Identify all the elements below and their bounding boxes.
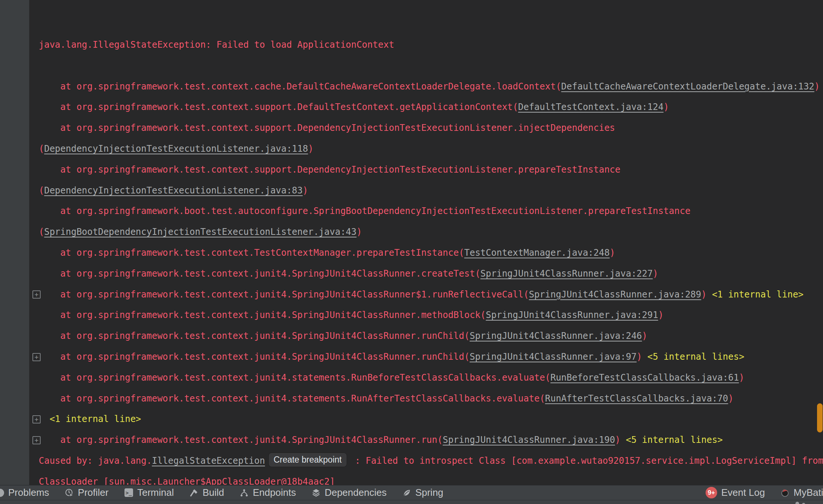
toolbar-tab-profiler[interactable]: Profiler: [65, 485, 108, 500]
stack-frame-link[interactable]: SpringJUnit4ClassRunner.java:246: [470, 331, 642, 341]
console-line: (DependencyInjectionTestExecutionListene…: [0, 180, 823, 201]
stack-trace-text: (: [39, 227, 44, 237]
toolbar-tab-event-log[interactable]: 9+Event Log: [706, 485, 765, 500]
stack-trace-text: at org.springframework.test.context.supp…: [39, 102, 518, 112]
stack-trace-text: at org.springframework.test.context.juni…: [39, 372, 551, 383]
stack-trace-text: at org.springframework.test.context.supp…: [39, 123, 615, 133]
toolbar-tab-label: Endpoints: [253, 487, 296, 498]
create-breakpoint-button[interactable]: Create breakpoint: [269, 453, 347, 467]
stack-trace-text: at org.springframework.boot.test.autocon…: [39, 206, 690, 216]
stack-trace-text: ): [739, 372, 744, 383]
terminal-icon: >_: [124, 488, 133, 497]
stack-trace-text: at org.springframework.test.context.juni…: [39, 352, 470, 362]
folded-lines-text[interactable]: <1 internal line>: [39, 414, 141, 424]
toolbar-tab-label: Profiler: [78, 487, 108, 498]
toolbar-tab-label: Event Log: [721, 487, 765, 498]
console-line: + at org.springframework.test.context.ju…: [0, 347, 823, 368]
console-line: at org.springframework.test.context.juni…: [0, 326, 823, 347]
stack-frame-link[interactable]: RunAfterTestClassCallbacks.java:70: [545, 393, 728, 404]
stack-trace-text: java.lang.IllegalStateException: Failed …: [39, 40, 394, 50]
dependencies-icon: [312, 488, 321, 497]
toolbar-tab-problems[interactable]: Problems: [0, 485, 49, 500]
toolbar-tab-label: Problems: [8, 487, 49, 498]
stack-trace-text: ): [653, 268, 658, 279]
stack-trace-text: : Failed to introspect Class [com.exampl…: [350, 456, 823, 466]
stack-trace-text: at org.springframework.test.context.juni…: [39, 331, 470, 341]
stack-trace-text: ): [308, 144, 313, 154]
console-line: java.lang.IllegalStateException: Failed …: [0, 35, 823, 56]
toolbar-tab-endpoints[interactable]: Endpoints: [240, 485, 296, 500]
status-dot-icon: [795, 502, 799, 504]
event-log-badge: 9+: [706, 487, 717, 498]
stack-trace-text: at org.springframework.test.context.Test…: [39, 248, 464, 258]
build-hammer-icon: [189, 488, 198, 497]
console-line: (DependencyInjectionTestExecutionListene…: [0, 139, 823, 160]
stack-trace-text: (: [39, 185, 44, 196]
stack-trace-text: ): [357, 227, 362, 237]
stack-frame-link[interactable]: DefaultCacheAwareContextLoaderDelegate.j…: [561, 81, 814, 92]
stack-frame-link[interactable]: SpringJUnit4ClassRunner.java:227: [480, 268, 653, 279]
stack-trace-text: ): [637, 352, 647, 362]
console-line: at org.springframework.test.context.supp…: [0, 118, 823, 139]
stack-frame-link[interactable]: SpringJUnit4ClassRunner.java:291: [486, 310, 658, 320]
stack-frame-link[interactable]: SpringJUnit4ClassRunner.java:190: [443, 435, 615, 445]
console-line: at org.springframework.test.context.supp…: [0, 97, 823, 118]
toolbar-tab-label: Spring: [415, 487, 443, 498]
toolbar-tab-dependencies[interactable]: Dependencies: [312, 485, 387, 500]
fold-expand-icon[interactable]: +: [32, 353, 41, 361]
stack-trace-text: Caused by: java.lang.: [39, 456, 152, 466]
stack-frame-link[interactable]: SpringBootDependencyInjectionTestExecuti…: [44, 227, 356, 237]
spring-leaf-icon: [402, 488, 411, 497]
stack-frame-link[interactable]: DependencyInjectionTestExecutionListener…: [44, 144, 308, 154]
stack-trace-text: ): [663, 102, 669, 112]
profiler-icon: [65, 488, 74, 497]
console-lines: java.lang.IllegalStateException: Failed …: [0, 35, 823, 485]
toolbar-left-group: ProblemsProfiler>_TerminalBuildEndpoints…: [0, 485, 459, 500]
stack-frame-link[interactable]: DependencyInjectionTestExecutionListener…: [44, 185, 303, 196]
stack-trace-text: at org.springframework.test.context.juni…: [39, 268, 480, 279]
console-line: at org.springframework.test.context.juni…: [0, 388, 823, 409]
folded-lines-text[interactable]: <5 internal lines>: [647, 352, 744, 362]
toolbar-tab-build[interactable]: Build: [189, 485, 224, 500]
stack-frame-link[interactable]: TestContextManager.java:248: [464, 248, 610, 258]
stack-frame-link[interactable]: DefaultTestContext.java:124: [518, 102, 663, 112]
scrollbar-thumb[interactable]: [817, 403, 823, 432]
stack-trace-text: ): [728, 393, 734, 404]
console-line: + at org.springframework.test.context.ju…: [0, 284, 823, 305]
fold-expand-icon[interactable]: +: [32, 415, 41, 423]
stack-frame-link[interactable]: IllegalStateException: [152, 456, 265, 466]
stack-trace-text: at org.springframework.test.context.cach…: [39, 81, 561, 92]
toolbar-tab-label: Dependencies: [325, 487, 387, 498]
status-bar-strip: [0, 500, 823, 504]
console-line: at org.springframework.test.context.supp…: [0, 160, 823, 180]
console-line: at org.springframework.boot.test.autocon…: [0, 201, 823, 222]
stack-frame-link[interactable]: SpringJUnit4ClassRunner.java:97: [470, 352, 637, 362]
fold-expand-icon[interactable]: +: [32, 436, 41, 444]
stack-frame-link[interactable]: SpringJUnit4ClassRunner.java:289: [529, 289, 701, 300]
stack-trace-text: at org.springframework.test.context.juni…: [39, 310, 486, 320]
mybatis-bird-icon: [781, 488, 789, 497]
stack-frame-link[interactable]: RunBeforeTestClassCallbacks.java:61: [551, 372, 739, 383]
endpoints-icon: [240, 488, 249, 497]
toolbar-row: ProblemsProfiler>_TerminalBuildEndpoints…: [0, 485, 823, 500]
console-line: (SpringBootDependencyInjectionTestExecut…: [0, 222, 823, 243]
stack-trace-text: ClassLoader [sun.misc.Launcher$AppClassL…: [39, 476, 335, 485]
toolbar-tab-terminal[interactable]: >_Terminal: [124, 485, 174, 500]
stack-trace-text: at org.springframework.test.context.juni…: [39, 435, 443, 445]
toolbar-tab-mybatis[interactable]: MyBatis L: [781, 485, 823, 500]
fold-expand-icon[interactable]: +: [32, 290, 41, 299]
stack-trace-text: ): [610, 248, 615, 258]
folded-lines-text[interactable]: <1 internal line>: [712, 289, 804, 300]
console-line: + at org.springframework.test.context.ju…: [0, 430, 823, 451]
bottom-toolbar: ProblemsProfiler>_TerminalBuildEndpoints…: [0, 485, 823, 504]
stack-trace-text: ): [701, 289, 712, 300]
stack-trace-text: at org.springframework.test.context.supp…: [39, 164, 621, 175]
stack-trace-text: at org.springframework.test.context.juni…: [39, 393, 545, 404]
toolbar-tab-label: Terminal: [137, 487, 174, 498]
console-output-pane: java.lang.IllegalStateException: Failed …: [0, 0, 823, 485]
stack-trace-text: ): [615, 435, 626, 445]
toolbar-tab-label: Build: [202, 487, 224, 498]
toolbar-tab-spring[interactable]: Spring: [402, 485, 443, 500]
folded-lines-text[interactable]: <5 internal lines>: [626, 435, 723, 445]
toolbar-right-group: 9+Event LogMyBatis L: [706, 485, 823, 500]
